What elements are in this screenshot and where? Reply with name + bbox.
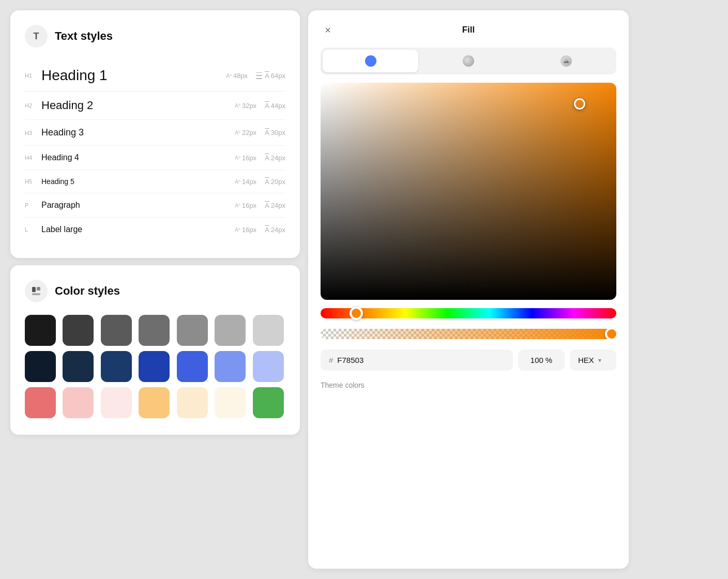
ts-meta-h1: Aᴬ 48px A 64px — [226, 72, 285, 80]
color-styles-icon — [25, 280, 48, 302]
ts-prefix-p: P — [25, 202, 41, 208]
ts-name-h3: Heading 3 — [41, 127, 235, 138]
close-button[interactable]: × — [321, 23, 335, 37]
opacity-value: 100 — [530, 356, 543, 364]
ts-font-size-h4: Aᴬ 16px — [235, 154, 256, 162]
ts-line-height-h3: A 30px — [265, 129, 285, 136]
ts-prefix-h1: H1 — [25, 72, 41, 79]
ts-font-size-p: Aᴬ 16px — [235, 202, 256, 209]
ts-name-h5: Heading 5 — [41, 177, 235, 186]
opacity-input-wrap[interactable]: 100 % — [518, 349, 565, 371]
hue-thumb-inner — [352, 309, 361, 318]
text-style-row-h5[interactable]: H5 Heading 5 Aᴬ 14px A 20px — [25, 170, 285, 193]
text-style-row-l[interactable]: L Label large Aᴬ 16px A 24px — [25, 217, 285, 241]
text-style-row-h1[interactable]: H1 Heading 1 Aᴬ 48px A 64px — [25, 60, 285, 91]
color-swatch-dark-blue[interactable] — [101, 351, 132, 382]
ts-name-h2: Heading 2 — [41, 99, 235, 112]
ts-meta-p: Aᴬ 16px A 24px — [235, 202, 285, 209]
ts-font-size-h1: Aᴬ 48px — [226, 72, 248, 80]
text-style-row-h3[interactable]: H3 Heading 3 Aᴬ 22px A 30px — [25, 119, 285, 145]
color-swatch-gray-3[interactable] — [177, 315, 208, 346]
ts-font-size-l: Aᴬ 16px — [235, 226, 256, 234]
color-swatch-light-gray[interactable] — [253, 315, 284, 346]
text-style-row-p[interactable]: P Paragraph Aᴬ 16px A 24px — [25, 193, 285, 217]
hex-input-wrap[interactable]: # — [321, 349, 513, 371]
color-swatch-light-orange[interactable] — [177, 387, 208, 418]
text-style-row-h4[interactable]: H4 Heading 4 Aᴬ 16px A 24px — [25, 145, 285, 170]
color-swatch-pale-red[interactable] — [101, 387, 132, 418]
alpha-slider[interactable] — [321, 329, 616, 341]
format-label: HEX — [578, 356, 594, 364]
ts-name-h4: Heading 4 — [41, 153, 235, 162]
hue-slider-track[interactable] — [321, 308, 616, 318]
color-styles-card: Color styles — [10, 265, 300, 435]
color-swatch-gray-1[interactable] — [101, 315, 132, 346]
opacity-unit: % — [545, 356, 552, 364]
alpha-gradient — [321, 329, 616, 339]
color-canvas-picker[interactable] — [574, 98, 585, 110]
color-swatch-black[interactable] — [25, 315, 56, 346]
color-styles-header: Color styles — [25, 280, 285, 302]
ts-meta-h3: Aᴬ 22px A 30px — [235, 129, 285, 136]
ts-prefix-h5: H5 — [25, 178, 41, 185]
hue-slider[interactable] — [321, 308, 616, 321]
color-swatch-navy[interactable] — [63, 351, 94, 382]
ts-line-height-p: A 24px — [265, 202, 285, 209]
line-icon-h1 — [256, 72, 262, 79]
fill-type-gradient[interactable] — [420, 50, 516, 72]
color-swatch-green[interactable] — [253, 387, 284, 418]
fill-type-solid[interactable] — [323, 50, 418, 72]
ts-line-height-h5: A 20px — [265, 178, 285, 186]
color-swatch-blue[interactable] — [139, 351, 170, 382]
color-swatch-dark-gray[interactable] — [63, 315, 94, 346]
ts-font-size-h3: Aᴬ 22px — [235, 129, 256, 136]
color-swatch-orange[interactable] — [139, 387, 170, 418]
color-swatch-gray-2[interactable] — [139, 315, 170, 346]
ts-name-p: Paragraph — [41, 201, 235, 210]
ts-line-height-h4: A 24px — [265, 154, 285, 162]
ts-font-size-h5: Aᴬ 14px — [235, 178, 256, 186]
svg-rect-1 — [37, 287, 40, 291]
left-panel: T Text styles H1 Heading 1 Aᴬ 48px A 64p… — [10, 10, 300, 569]
alpha-slider-track[interactable] — [321, 329, 616, 339]
text-styles-list: H1 Heading 1 Aᴬ 48px A 64px H2 — [25, 60, 285, 241]
svg-rect-0 — [32, 287, 36, 292]
chevron-down-icon: ▾ — [598, 357, 601, 364]
color-swatch-red[interactable] — [25, 387, 56, 418]
text-styles-icon: T — [25, 25, 48, 48]
ts-meta-h4: Aᴬ 16px A 24px — [235, 154, 285, 162]
fill-type-image[interactable]: ⛰ — [519, 50, 614, 72]
hex-hash: # — [329, 356, 333, 364]
ts-prefix-l: L — [25, 226, 41, 233]
color-styles-title: Color styles — [55, 284, 120, 298]
color-swatch-navy-dark[interactable] — [25, 351, 56, 382]
hue-slider-thumb[interactable] — [350, 307, 363, 320]
ts-name-h1: Heading 1 — [41, 67, 226, 84]
ts-meta-h5: Aᴬ 14px A 20px — [235, 178, 285, 186]
color-swatch-cream[interactable] — [215, 387, 246, 418]
color-swatch-medium-blue[interactable] — [177, 351, 208, 382]
theme-colors-label: Theme colors — [321, 381, 616, 389]
color-swatch-gray-4[interactable] — [215, 315, 246, 346]
ts-font-size-h2: Aᴬ 32px — [235, 102, 256, 110]
ts-prefix-h3: H3 — [25, 130, 41, 136]
alpha-thumb-inner — [607, 329, 616, 339]
ts-meta-h2: Aᴬ 32px A 44px — [235, 102, 285, 110]
color-grid — [25, 315, 285, 418]
text-styles-header: T Text styles — [25, 25, 285, 48]
alpha-slider-thumb[interactable] — [605, 329, 616, 339]
ts-line-height-h2: A 44px — [265, 102, 285, 110]
hex-input[interactable] — [337, 356, 505, 364]
aa-icon-h1: Aᴬ — [226, 73, 232, 79]
ts-meta-l: Aᴬ 16px A 24px — [235, 226, 285, 234]
text-style-row-h2[interactable]: H2 Heading 2 Aᴬ 32px A 44px — [25, 91, 285, 119]
color-swatch-light-red[interactable] — [63, 387, 94, 418]
ts-prefix-h2: H2 — [25, 102, 41, 109]
color-canvas[interactable] — [321, 83, 616, 300]
color-swatch-light-blue[interactable] — [215, 351, 246, 382]
fill-title: Fill — [335, 25, 602, 35]
fill-type-selector: ⛰ — [321, 48, 616, 74]
color-swatch-pale-blue[interactable] — [253, 351, 284, 382]
ts-name-l: Label large — [41, 225, 235, 234]
format-selector[interactable]: HEX ▾ — [570, 349, 616, 371]
